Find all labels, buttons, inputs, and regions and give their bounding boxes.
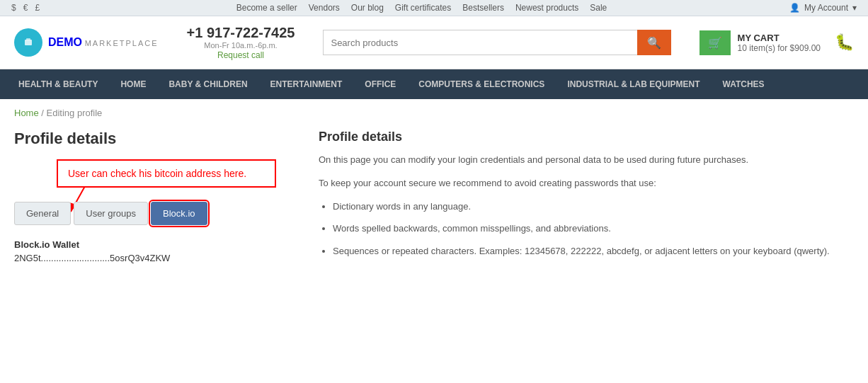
top-nav-vendors[interactable]: Vendors: [309, 3, 340, 13]
wallet-address: 2NG5t...........................5osrQ3v4…: [14, 253, 297, 263]
phone-hours: Mon-Fr 10a.m.-6p.m.: [187, 41, 295, 50]
right-desc-1: On this page you can modify your login c…: [319, 153, 854, 168]
right-panel: Profile details On this page you can mod…: [319, 130, 854, 266]
right-desc-2: To keep your account secure we recommend…: [319, 176, 854, 191]
top-nav-become-seller[interactable]: Become a seller: [236, 3, 297, 13]
currency-gbp[interactable]: £: [35, 3, 40, 13]
top-nav-links: Become a seller Vendors Our blog Gift ce…: [54, 3, 789, 13]
cart-section: 🛒 MY CART 10 item(s) for $909.00: [699, 30, 821, 55]
cart-count: 10 item(s) for $909.00: [738, 43, 821, 53]
site-logo[interactable]: DEMO MARKETPLACE: [14, 28, 159, 57]
user-icon: 👤: [789, 3, 800, 13]
search-input[interactable]: [323, 30, 636, 55]
breadcrumb: Home / Editing profile: [0, 99, 868, 122]
logo-text: DEMO MARKETPLACE: [48, 36, 159, 49]
annotation-area: User can check his bitcoin address here.…: [14, 159, 297, 225]
main-content: Profile details User can check his bitco…: [0, 122, 868, 273]
search-button[interactable]: 🔍: [637, 30, 671, 55]
bullet-2: Words spelled backwards, common misspell…: [333, 222, 854, 236]
bullet-1: Dictionary words in any language.: [333, 200, 854, 214]
currency-usd[interactable]: $: [11, 3, 16, 13]
wallet-label: Block.io Wallet: [14, 239, 297, 250]
logo-icon: [14, 28, 42, 57]
top-nav-gift[interactable]: Gift certificates: [395, 3, 451, 13]
my-account-link[interactable]: My Account: [804, 3, 848, 13]
tab-user-groups[interactable]: User groups: [74, 202, 148, 225]
currency-eur[interactable]: €: [23, 3, 28, 13]
breadcrumb-current: Editing profile: [47, 108, 103, 118]
profile-tabs: General User groups Block.io: [14, 202, 297, 225]
search-section: 🔍: [323, 30, 670, 55]
svg-rect-2: [26, 38, 30, 40]
callout-text: User can check his bitcoin address here.: [68, 168, 246, 179]
cart-info: MY CART 10 item(s) for $909.00: [738, 33, 821, 53]
cart-icon-button[interactable]: 🛒: [699, 30, 731, 55]
nav-health-beauty[interactable]: HEALTH & BEAUTY: [7, 69, 109, 99]
request-call-link[interactable]: Request call: [187, 50, 295, 60]
security-bullets: Dictionary words in any language. Words …: [319, 200, 854, 258]
tab-general[interactable]: General: [14, 202, 71, 225]
wallet-section: Block.io Wallet 2NG5t...................…: [14, 239, 297, 263]
nav-watches[interactable]: WATCHES: [712, 69, 776, 99]
site-header: DEMO MARKETPLACE +1 917-722-7425 Mon-Fr …: [0, 16, 868, 69]
top-nav-sale[interactable]: Sale: [590, 3, 607, 13]
nav-office[interactable]: OFFICE: [353, 69, 407, 99]
right-panel-title: Profile details: [319, 130, 854, 144]
nav-entertainment[interactable]: ENTERTAINMENT: [259, 69, 354, 99]
top-nav-blog[interactable]: Our blog: [351, 3, 384, 13]
bullet-3: Sequences or repeated characters. Exampl…: [333, 244, 854, 258]
svg-rect-1: [25, 40, 32, 45]
breadcrumb-home[interactable]: Home: [14, 108, 39, 118]
top-nav-newest[interactable]: Newest products: [515, 3, 578, 13]
bug-icon[interactable]: 🐛: [835, 33, 854, 52]
top-bar: $ € £ Become a seller Vendors Our blog G…: [0, 0, 868, 16]
currency-selector[interactable]: $ € £: [11, 3, 40, 13]
nav-industrial[interactable]: INDUSTRIAL & LAB EQUIPMENT: [556, 69, 711, 99]
callout-box: User can check his bitcoin address here.: [57, 159, 276, 188]
phone-section: +1 917-722-7425 Mon-Fr 10a.m.-6p.m. Requ…: [187, 25, 295, 60]
tab-blockio[interactable]: Block.io: [151, 202, 207, 225]
left-panel: Profile details User can check his bitco…: [14, 130, 297, 266]
nav-baby-children[interactable]: BABY & CHILDREN: [157, 69, 258, 99]
account-menu[interactable]: 👤 My Account ▾: [789, 3, 857, 13]
page-title: Profile details: [14, 130, 297, 148]
nav-computers[interactable]: COMPUTERS & ELECTRONICS: [407, 69, 556, 99]
top-nav-bestsellers[interactable]: Bestsellers: [462, 3, 504, 13]
phone-number: +1 917-722-7425: [187, 25, 295, 41]
breadcrumb-separator: /: [41, 108, 46, 118]
chevron-down-icon: ▾: [852, 3, 857, 13]
cart-title: MY CART: [738, 33, 821, 43]
main-navigation: HEALTH & BEAUTY HOME BABY & CHILDREN ENT…: [0, 69, 868, 99]
nav-home[interactable]: HOME: [109, 69, 157, 99]
